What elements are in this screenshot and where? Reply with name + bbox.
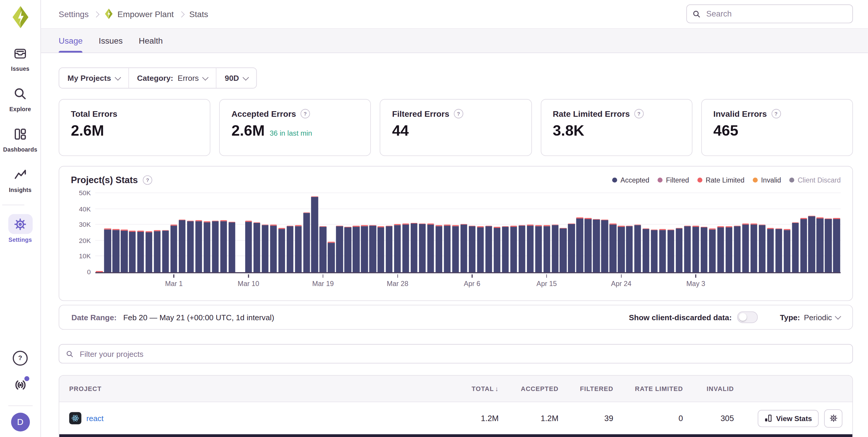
chart-bar[interactable] [494,227,500,272]
chart-bar[interactable] [345,227,351,272]
tab-usage[interactable]: Usage [59,29,83,53]
chart-bar[interactable] [461,224,467,272]
whats-new-button[interactable] [9,374,31,396]
chart-bar[interactable] [195,220,202,272]
chart-bar[interactable] [262,225,269,272]
chart-bar[interactable] [784,229,790,272]
chart-bar[interactable] [485,226,492,272]
chart-bar[interactable] [129,231,136,272]
view-stats-button[interactable]: View Stats [758,410,819,427]
breadcrumb-settings[interactable]: Settings [59,9,89,19]
chart-bar[interactable] [767,228,774,272]
chart-bar[interactable] [601,220,608,272]
chart-bar[interactable] [104,229,111,272]
project-filter-input[interactable] [79,349,845,359]
chart-bar[interactable] [419,224,426,272]
chart-bar[interactable] [121,230,127,272]
chart-bar[interactable] [725,227,732,272]
col-accepted[interactable]: ACCEPTED [499,385,559,392]
chart-bar[interactable] [758,225,765,272]
chart-bar[interactable] [692,226,699,272]
chart-bar[interactable] [651,229,658,272]
chart-bar[interactable] [577,217,583,272]
chart-bar[interactable] [800,218,807,272]
chart-bar[interactable] [303,212,310,272]
chart-bar[interactable] [593,219,600,272]
chart-bar[interactable] [245,221,252,272]
legend-item-3[interactable]: Invalid [753,176,781,184]
global-search[interactable] [686,5,853,24]
chart-bar[interactable] [709,229,716,272]
legend-item-2[interactable]: Rate Limited [697,176,744,184]
sidebar-item-insights[interactable]: Insights [2,164,39,193]
chart-bar[interactable] [137,231,144,272]
chart-bar[interactable] [634,225,641,272]
col-total[interactable]: TOTAL↓ [435,385,499,393]
chart-bar[interactable] [204,222,210,272]
chart-bar[interactable] [568,224,575,272]
help-circle-icon[interactable]: ? [301,109,310,119]
chart-bar[interactable] [435,225,442,272]
category-selector[interactable]: Category: Errors [129,68,216,88]
chart-bar[interactable] [253,222,260,272]
chart-bar[interactable] [659,229,666,272]
tab-issues[interactable]: Issues [99,29,123,53]
chart-bar[interactable] [825,218,832,272]
col-filtered[interactable]: FILTERED [559,385,613,392]
project-settings-button[interactable] [824,409,842,427]
chart-bar[interactable] [750,224,757,272]
help-circle-icon[interactable]: ? [454,109,463,119]
chart-bar[interactable] [775,228,782,272]
tab-health[interactable]: Health [139,29,162,53]
legend-item-4[interactable]: Client Discard [789,176,841,184]
chart-bar[interactable] [162,230,169,272]
col-invalid[interactable]: INVALID [683,385,734,392]
sidebar-item-dashboards[interactable]: Dashboards [2,124,39,153]
chart-bar[interactable] [427,224,434,272]
chart-bar[interactable] [585,218,592,272]
org-logo[interactable] [10,6,31,29]
chart-bar[interactable] [560,228,567,272]
project-filter-search[interactable] [59,344,853,364]
chart-bar[interactable] [643,228,649,272]
chart-bar[interactable] [808,215,815,272]
chart-bar[interactable] [817,217,824,272]
chart-bar[interactable] [518,225,525,272]
help-circle-icon[interactable]: ? [771,109,781,119]
chart-bar[interactable] [551,225,558,272]
chart-bar[interactable] [328,242,335,272]
chart-bar[interactable] [502,226,509,272]
chart-bar[interactable] [676,228,683,272]
chart-bar[interactable] [535,225,542,272]
chart-bar[interactable] [353,226,360,272]
legend-item-0[interactable]: Accepted [612,176,649,184]
chart-bar[interactable] [113,229,119,272]
chart-bar[interactable] [212,221,219,272]
help-circle-icon[interactable]: ? [143,175,152,185]
chart-bar[interactable] [179,220,186,272]
chart-bar[interactable] [527,225,533,272]
sidebar-item-settings[interactable]: Settings [2,214,39,243]
project-link[interactable]: react [87,414,103,423]
project-selector[interactable]: My Projects [59,68,128,88]
user-avatar[interactable]: D [11,412,30,431]
chart-bar[interactable] [402,224,409,272]
chart-bar[interactable] [386,226,393,272]
chart-bar[interactable] [394,224,401,272]
chart-bar[interactable] [510,226,517,272]
chart-bar[interactable] [452,225,459,272]
chart-bar[interactable] [170,225,177,272]
chart-bar[interactable] [319,226,326,272]
chart-bar[interactable] [228,222,235,272]
chart-bar[interactable] [477,227,484,272]
chart-bar[interactable] [444,225,451,272]
legend-item-1[interactable]: Filtered [658,176,689,184]
chart-bar[interactable] [378,226,384,272]
chart-bar[interactable] [734,226,741,272]
chart-bar[interactable] [286,226,293,272]
global-search-input[interactable] [705,9,847,19]
chart-bar[interactable] [717,226,724,272]
chart-bar[interactable] [792,222,799,272]
chart-bar[interactable] [833,218,840,272]
type-selector[interactable]: Type: Periodic [780,313,840,322]
